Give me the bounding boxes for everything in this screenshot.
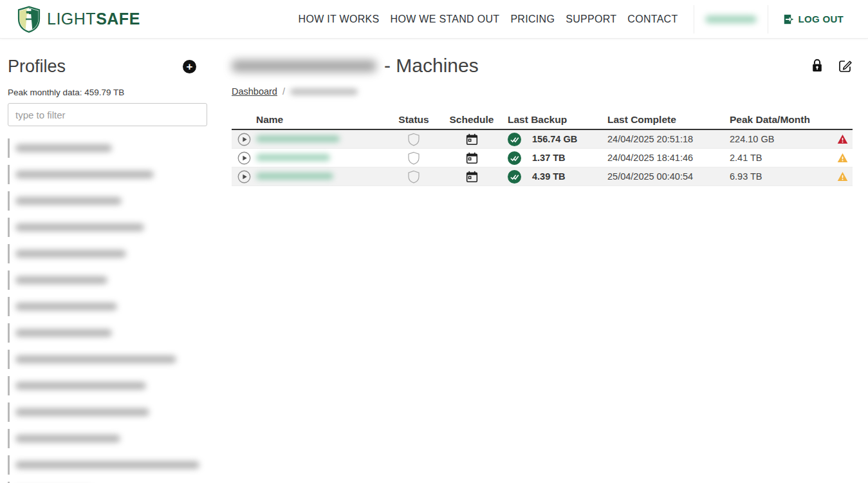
warning-cell[interactable] bbox=[833, 171, 853, 182]
profile-list-item[interactable] bbox=[8, 455, 214, 475]
profile-list-item[interactable] bbox=[8, 270, 214, 290]
last-complete-value: 24/04/2025 20:51:18 bbox=[607, 134, 730, 144]
play-icon bbox=[237, 170, 251, 184]
last-backup-value: 156.74 GB bbox=[532, 134, 577, 144]
status-cell bbox=[385, 170, 443, 184]
last-backup-value: 4.39 TB bbox=[532, 171, 566, 182]
last-backup-cell: 4.39 TB bbox=[501, 170, 607, 184]
last-complete-value: 24/04/2025 18:41:46 bbox=[607, 153, 730, 163]
machines-table: Name Status Schedule Last Backup Last Co… bbox=[232, 110, 853, 186]
calendar-icon bbox=[466, 152, 478, 164]
redacted-profile-name bbox=[15, 303, 117, 310]
calendar-icon bbox=[466, 133, 478, 146]
redacted-profile-name bbox=[15, 408, 149, 416]
peak-data-month-value: 6.93 TB bbox=[730, 171, 833, 182]
breadcrumb-dashboard-link[interactable]: Dashboard bbox=[232, 86, 277, 97]
play-icon bbox=[237, 133, 251, 146]
status-cell bbox=[385, 151, 443, 165]
logo-text: LIGHTSAFE bbox=[47, 10, 140, 28]
peak-data-month-value: 2.41 TB bbox=[730, 153, 833, 163]
machine-name-cell[interactable] bbox=[256, 153, 385, 163]
schedule-cell[interactable] bbox=[443, 152, 501, 164]
logout-button[interactable]: LOG OUT bbox=[784, 14, 844, 24]
machine-name-cell[interactable] bbox=[256, 171, 385, 182]
lock-icon bbox=[811, 59, 823, 73]
last-backup-cell: 1.37 TB bbox=[501, 151, 607, 165]
redacted-machine-name bbox=[256, 154, 330, 161]
backup-success-badge-icon bbox=[508, 170, 521, 184]
profile-list-item[interactable] bbox=[8, 429, 214, 448]
redacted-profile-name bbox=[15, 461, 199, 469]
column-header-peak-data: Peak Data/Month bbox=[730, 114, 833, 126]
run-backup-button[interactable] bbox=[237, 151, 251, 165]
schedule-cell[interactable] bbox=[443, 133, 501, 146]
warning-cell[interactable] bbox=[833, 153, 853, 163]
column-header-schedule: Schedule bbox=[443, 114, 501, 126]
brand-logo[interactable]: LIGHTSAFE bbox=[17, 6, 140, 33]
breadcrumb-separator: / bbox=[282, 86, 285, 97]
warning-cell[interactable] bbox=[833, 134, 853, 144]
profile-list-item[interactable] bbox=[8, 323, 214, 343]
status-cell bbox=[385, 133, 443, 146]
nav-link-pricing[interactable]: PRICING bbox=[510, 14, 555, 25]
profile-list-item[interactable] bbox=[8, 191, 214, 211]
redacted-profile-name bbox=[15, 355, 176, 363]
profile-list-item[interactable] bbox=[8, 402, 214, 422]
peak-monthly-data-label: Peak monthly data: 459.79 TB bbox=[8, 88, 214, 97]
redacted-profile-name bbox=[15, 171, 154, 178]
machine-table-row: 1.37 TB24/04/2025 18:41:462.41 TB bbox=[232, 149, 853, 167]
redacted-profile-name bbox=[15, 329, 112, 337]
shield-status-icon bbox=[408, 151, 420, 165]
nav-right-section: LOG OUT bbox=[694, 0, 844, 39]
nav-link-contact[interactable]: CONTACT bbox=[627, 14, 678, 25]
table-header-row: Name Status Schedule Last Backup Last Co… bbox=[232, 110, 853, 130]
lock-button[interactable] bbox=[811, 59, 823, 73]
shield-status-icon bbox=[408, 133, 420, 146]
column-header-last-backup: Last Backup bbox=[501, 114, 607, 126]
last-backup-cell: 156.74 GB bbox=[501, 133, 607, 146]
profile-filter-input[interactable] bbox=[8, 103, 207, 126]
redacted-profile-name bbox=[15, 197, 122, 205]
edit-button[interactable] bbox=[838, 59, 853, 73]
profiles-sidebar: Profiles + Peak monthly data: 459.79 TB bbox=[0, 39, 222, 483]
schedule-cell[interactable] bbox=[443, 171, 501, 183]
warning-critical-icon bbox=[837, 134, 848, 144]
run-backup-button[interactable] bbox=[237, 133, 251, 146]
profile-list-item[interactable] bbox=[8, 297, 214, 316]
last-backup-value: 1.37 TB bbox=[532, 153, 566, 163]
profile-list-item[interactable] bbox=[8, 218, 214, 237]
play-icon bbox=[237, 151, 251, 165]
top-navigation-bar: LIGHTSAFE HOW IT WORKSHOW WE STAND OUTPR… bbox=[0, 0, 868, 39]
profile-list-item[interactable] bbox=[8, 350, 214, 369]
nav-username[interactable] bbox=[694, 0, 768, 39]
table-body: 156.74 GB24/04/2025 20:51:18224.10 GB1.3… bbox=[232, 130, 853, 186]
profile-list-item[interactable] bbox=[8, 165, 214, 184]
redacted-breadcrumb-current bbox=[290, 88, 358, 95]
logo-shield-icon bbox=[17, 6, 41, 33]
redacted-profile-name bbox=[15, 250, 126, 258]
peak-data-month-value: 224.10 GB bbox=[730, 134, 833, 144]
redacted-machine-name bbox=[256, 173, 333, 180]
run-backup-button[interactable] bbox=[237, 170, 251, 184]
nav-link-how-we-stand-out[interactable]: HOW WE STAND OUT bbox=[391, 14, 500, 25]
profile-list-item[interactable] bbox=[8, 244, 214, 263]
add-profile-button[interactable]: + bbox=[183, 60, 196, 73]
page-title: - Machines bbox=[232, 55, 479, 77]
nav-links: HOW IT WORKSHOW WE STAND OUTPRICINGSUPPO… bbox=[299, 14, 678, 25]
redacted-profile-name bbox=[15, 144, 112, 152]
nav-link-support[interactable]: SUPPORT bbox=[566, 14, 616, 25]
edit-icon bbox=[838, 59, 853, 73]
profile-list-item[interactable] bbox=[8, 376, 214, 395]
redacted-profile-title bbox=[232, 60, 376, 72]
machine-name-cell[interactable] bbox=[256, 134, 385, 144]
main-content: - Machines Dashboard / bbox=[232, 39, 853, 186]
redacted-username bbox=[705, 15, 757, 23]
sidebar-title: Profiles bbox=[8, 57, 66, 77]
column-header-name: Name bbox=[256, 114, 385, 126]
backup-success-badge-icon bbox=[508, 133, 521, 146]
nav-link-how-it-works[interactable]: HOW IT WORKS bbox=[299, 14, 380, 25]
profile-list-item[interactable] bbox=[8, 138, 214, 158]
redacted-profile-name bbox=[15, 382, 146, 390]
redacted-profile-name bbox=[15, 276, 107, 284]
column-header-last-complete: Last Complete bbox=[607, 114, 730, 126]
